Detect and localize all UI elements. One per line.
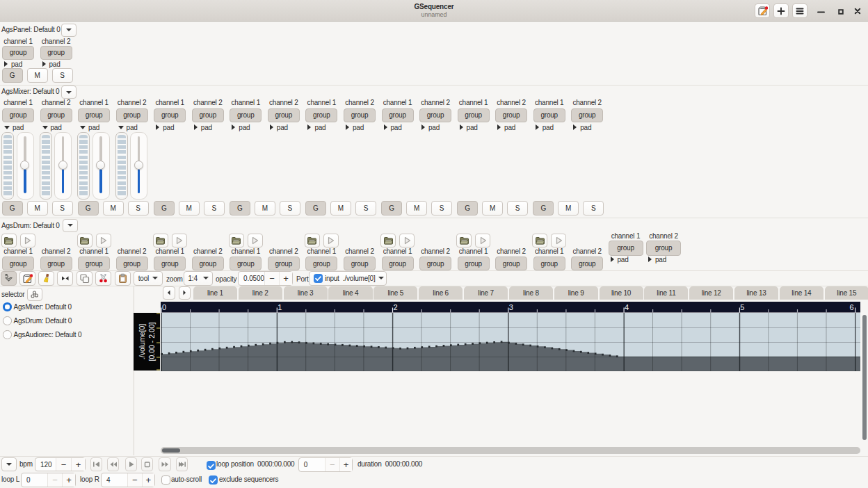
svg-text:1: 1 xyxy=(278,303,282,311)
svg-text:0: 0 xyxy=(162,303,166,311)
svg-text:6: 6 xyxy=(849,303,853,311)
svg-text:4: 4 xyxy=(625,303,629,311)
svg-text:2: 2 xyxy=(393,303,397,311)
svg-text:3: 3 xyxy=(509,303,513,311)
svg-text:5: 5 xyxy=(740,303,744,311)
